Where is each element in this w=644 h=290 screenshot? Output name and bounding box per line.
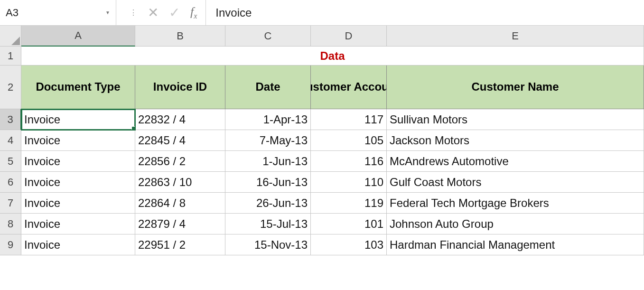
cell-C4[interactable]: 7-May-13 (225, 130, 311, 151)
cell-E3[interactable]: Sullivan Motors (387, 109, 644, 130)
row-header-5[interactable]: 5 (0, 151, 21, 172)
cell-D7[interactable]: 119 (311, 193, 387, 214)
cell-E4[interactable]: Jackson Motors (387, 130, 644, 151)
cell-E9[interactable]: Hardman Financial Management (387, 234, 644, 255)
cell-A4[interactable]: Invoice (21, 130, 135, 151)
name-box-dropdown-icon[interactable]: ▼ (105, 10, 110, 15)
cell-E6[interactable]: Gulf Coast Motors (387, 172, 644, 193)
row-header-6[interactable]: 6 (0, 172, 21, 193)
cell-A8[interactable]: Invoice (21, 214, 135, 234)
row-header-3[interactable]: 3 (0, 109, 21, 130)
cell-B9[interactable]: 22951 / 2 (135, 234, 225, 255)
formula-bar-buttons: ⋮ ✕ ✓ fx (116, 0, 206, 25)
cell-D8[interactable]: 101 (311, 214, 387, 234)
row-header-2[interactable]: 2 (0, 65, 21, 109)
cell-A7[interactable]: Invoice (21, 193, 135, 214)
cell-C7[interactable]: 26-Jun-13 (225, 193, 311, 214)
spreadsheet-grid: ABCDE1Data2Document TypeInvoice IDDateCu… (0, 26, 644, 255)
cell-D9[interactable]: 103 (311, 234, 387, 255)
cell-C8[interactable]: 15-Jul-13 (225, 214, 311, 234)
cell-E8[interactable]: Johnson Auto Group (387, 214, 644, 234)
name-box-value: A3 (6, 7, 103, 19)
fx-icon[interactable]: fx (190, 5, 197, 20)
cell-D5[interactable]: 116 (311, 151, 387, 172)
cell-D3[interactable]: 117 (311, 109, 387, 130)
cell-A6[interactable]: Invoice (21, 172, 135, 193)
enter-icon[interactable]: ✓ (169, 5, 180, 20)
cancel-icon[interactable]: ✕ (148, 5, 159, 20)
cell-C3[interactable]: 1-Apr-13 (225, 109, 311, 130)
row-header-8[interactable]: 8 (0, 214, 21, 234)
table-header-D[interactable]: Customer Account (311, 65, 387, 109)
col-header-B[interactable]: B (135, 26, 225, 47)
col-header-C[interactable]: C (225, 26, 311, 47)
table-header-A[interactable]: Document Type (21, 65, 135, 109)
cell-B7[interactable]: 22864 / 8 (135, 193, 225, 214)
cell-E5[interactable]: McAndrews Automotive (387, 151, 644, 172)
cell-A5[interactable]: Invoice (21, 151, 135, 172)
formula-input[interactable]: Invoice (206, 0, 644, 25)
name-box[interactable]: A3 ▼ (0, 0, 116, 25)
cell-D4[interactable]: 105 (311, 130, 387, 151)
cell-D6[interactable]: 110 (311, 172, 387, 193)
cell-B5[interactable]: 22856 / 2 (135, 151, 225, 172)
cell-B4[interactable]: 22845 / 4 (135, 130, 225, 151)
cell-C9[interactable]: 15-Nov-13 (225, 234, 311, 255)
table-header-C[interactable]: Date (225, 65, 311, 109)
cell-C5[interactable]: 1-Jun-13 (225, 151, 311, 172)
title-cell[interactable]: Data (21, 47, 644, 65)
cell-B6[interactable]: 22863 / 10 (135, 172, 225, 193)
table-header-E[interactable]: Customer Name (387, 65, 644, 109)
col-header-A[interactable]: A (21, 26, 135, 47)
col-header-D[interactable]: D (311, 26, 387, 47)
table-header-B[interactable]: Invoice ID (135, 65, 225, 109)
cell-E7[interactable]: Federal Tech Mortgage Brokers (387, 193, 644, 214)
formula-input-value: Invoice (215, 6, 252, 19)
row-header-4[interactable]: 4 (0, 130, 21, 151)
row-header-1[interactable]: 1 (0, 47, 21, 65)
cell-C6[interactable]: 16-Jun-13 (225, 172, 311, 193)
row-header-7[interactable]: 7 (0, 193, 21, 214)
cell-A9[interactable]: Invoice (21, 234, 135, 255)
cell-B8[interactable]: 22879 / 4 (135, 214, 225, 234)
cell-B3[interactable]: 22832 / 4 (135, 109, 225, 130)
select-all-corner[interactable] (0, 26, 21, 47)
more-icon[interactable]: ⋮ (130, 12, 137, 14)
row-header-9[interactable]: 9 (0, 234, 21, 255)
cell-A3[interactable]: Invoice (21, 109, 135, 130)
col-header-E[interactable]: E (387, 26, 644, 47)
formula-bar: A3 ▼ ⋮ ✕ ✓ fx Invoice (0, 0, 644, 26)
